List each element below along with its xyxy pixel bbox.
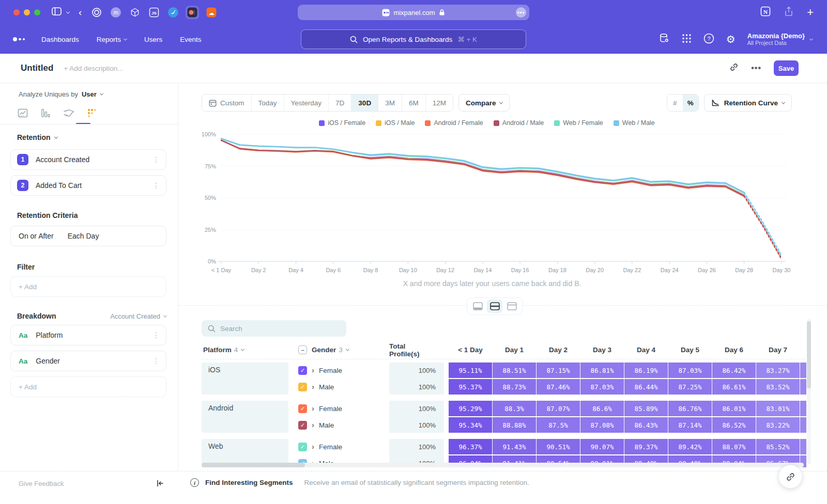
add-breakdown-button[interactable]: + Add: [10, 376, 166, 397]
kebab-menu-icon[interactable]: ⋮: [152, 155, 160, 164]
percent-unit-button[interactable]: %: [683, 94, 698, 111]
notion-extension-icon[interactable]: N: [760, 6, 771, 19]
retention-cell[interactable]: 86.52%: [712, 417, 756, 433]
chevron-down-icon[interactable]: [66, 10, 70, 13]
legend-item-ios-female[interactable]: iOS / Female: [319, 119, 365, 127]
tab-flows-icon[interactable]: [63, 108, 74, 120]
expand-chevron-icon[interactable]: ›: [312, 366, 314, 374]
retention-line-chart[interactable]: 0%25%50%75%100%< 1 DayDay 2Day 4Day 6Day…: [178, 128, 827, 279]
tab-insights-icon[interactable]: [18, 108, 28, 120]
tab-retention-icon[interactable]: [87, 108, 97, 120]
retention-cell[interactable]: 88.51%: [493, 363, 536, 378]
row-checkbox[interactable]: ✓: [298, 443, 307, 451]
range-30d-button[interactable]: 30D: [351, 94, 378, 111]
breakdown-scope-select[interactable]: Account Created: [110, 312, 166, 320]
expand-chevron-icon[interactable]: ›: [312, 443, 314, 450]
copy-link-icon[interactable]: [729, 62, 739, 74]
retention-criteria-card[interactable]: On or After Each Day: [10, 226, 166, 246]
retention-cell[interactable]: 89.42%: [668, 439, 712, 454]
retention-cell[interactable]: 95.34%: [449, 417, 492, 433]
retention-cell[interactable]: 86.61%: [712, 379, 756, 395]
kebab-menu-icon[interactable]: ⋮: [152, 181, 160, 190]
retention-cell[interactable]: 85.89%: [624, 401, 668, 416]
legend-item-web-female[interactable]: Web / Female: [554, 119, 603, 127]
layout-chart-focus-button[interactable]: [470, 300, 485, 313]
retention-cell[interactable]: 86.44%: [624, 379, 668, 395]
retention-cell[interactable]: 83.22%: [756, 417, 800, 433]
retention-cell[interactable]: 87.07%: [537, 401, 580, 416]
retention-cell[interactable]: 95.29%: [449, 401, 492, 416]
retention-cell[interactable]: 88.3%: [493, 401, 536, 416]
retention-cell[interactable]: 83.27%: [756, 363, 800, 378]
row-checkbox[interactable]: ✓: [298, 366, 307, 375]
share-link-fab[interactable]: [778, 465, 802, 489]
retention-cell[interactable]: 87.46%: [537, 379, 580, 395]
retention-cell[interactable]: 86.76%: [668, 401, 712, 416]
compare-button[interactable]: Compare: [458, 94, 510, 112]
retention-cell[interactable]: 86.19%: [624, 363, 668, 378]
layout-table-focus-button[interactable]: [504, 300, 519, 313]
share-icon[interactable]: [784, 6, 793, 19]
retention-cell[interactable]: [800, 363, 806, 378]
retention-cell[interactable]: 83.01%: [756, 401, 800, 416]
range-7d-button[interactable]: 7D: [329, 94, 351, 111]
retention-cell[interactable]: 88.73%: [493, 379, 536, 395]
retention-step-2[interactable]: 2Added To Cart⋮: [10, 175, 166, 196]
retention-section-label[interactable]: Retention: [17, 133, 51, 141]
retention-cell[interactable]: 90.07%: [580, 439, 624, 454]
nav-item-users[interactable]: Users: [144, 36, 162, 43]
tab-avatar-m-icon[interactable]: m: [109, 6, 122, 19]
data-management-icon[interactable]: [658, 33, 670, 46]
legend-item-android-male[interactable]: Android / Male: [494, 119, 544, 127]
legend-item-android-female[interactable]: Android / Female: [425, 119, 483, 127]
retention-cell[interactable]: 95.11%: [449, 363, 492, 378]
retention-cell[interactable]: 87.25%: [668, 379, 712, 395]
address-bar[interactable]: mixpanel.com •••: [298, 5, 529, 20]
expand-chevron-icon[interactable]: ›: [312, 383, 314, 390]
vertical-scrollbar-thumb[interactable]: [807, 321, 811, 388]
breakdown-gender[interactable]: AaGender⋮: [10, 351, 166, 371]
retention-cell[interactable]: 88.07%: [712, 439, 756, 454]
retention-cell[interactable]: [800, 439, 806, 454]
legend-item-ios-male[interactable]: iOS / Male: [376, 119, 415, 127]
criteria-interval[interactable]: Each Day: [68, 232, 99, 240]
apps-grid-icon[interactable]: [682, 34, 692, 45]
kebab-menu-icon[interactable]: ⋮: [152, 357, 160, 365]
add-filter-button[interactable]: + Add: [10, 276, 166, 297]
retention-cell[interactable]: 96.37%: [449, 439, 492, 454]
retention-cell[interactable]: 85.52%: [756, 439, 800, 454]
retention-cell[interactable]: 95.37%: [449, 379, 492, 395]
retention-cell[interactable]: 86.01%: [712, 401, 756, 416]
mixpanel-logo-icon[interactable]: [13, 37, 25, 41]
report-title[interactable]: Untitled: [21, 63, 53, 73]
row-checkbox[interactable]: ✓: [298, 421, 307, 430]
retention-cell[interactable]: 87.08%: [580, 417, 624, 433]
range-yesterday-button[interactable]: Yesterday: [284, 94, 329, 111]
retention-cell[interactable]: 86.81%: [580, 363, 624, 378]
expand-chevron-icon[interactable]: ›: [312, 404, 314, 412]
table-search-input[interactable]: Search: [202, 320, 346, 337]
tab-funnels-icon[interactable]: [40, 108, 51, 120]
retention-cell[interactable]: 86.43%: [624, 417, 668, 433]
vertical-scrollbar[interactable]: [807, 319, 811, 464]
tab-cube-icon[interactable]: [128, 6, 142, 19]
count-unit-button[interactable]: #: [667, 94, 683, 111]
account-switcher[interactable]: Amazonia {Demo} All Project Data: [747, 32, 813, 46]
back-icon[interactable]: ‹: [79, 9, 82, 16]
tab-mixpanel-icon[interactable]: [186, 6, 199, 19]
nav-item-dashboards[interactable]: Dashboards: [41, 36, 79, 43]
save-button[interactable]: Save: [774, 60, 799, 76]
range-today-button[interactable]: Today: [252, 94, 284, 111]
expand-chevron-icon[interactable]: ›: [312, 421, 314, 429]
range-12m-button[interactable]: 12M: [426, 94, 453, 111]
retention-cell[interactable]: 89.37%: [624, 439, 668, 454]
retention-cell[interactable]: [800, 417, 806, 433]
horizontal-scrollbar[interactable]: [202, 463, 804, 467]
nav-item-events[interactable]: Events: [180, 36, 201, 43]
give-feedback-link[interactable]: Give Feedback: [19, 480, 64, 487]
platform-column-header[interactable]: Platform4: [202, 346, 288, 354]
retention-step-1[interactable]: 1Account Created⋮: [10, 149, 166, 170]
retention-cell[interactable]: 91.43%: [493, 439, 536, 454]
row-checkbox[interactable]: ✓: [298, 383, 307, 391]
minimize-window-button[interactable]: [24, 9, 30, 15]
